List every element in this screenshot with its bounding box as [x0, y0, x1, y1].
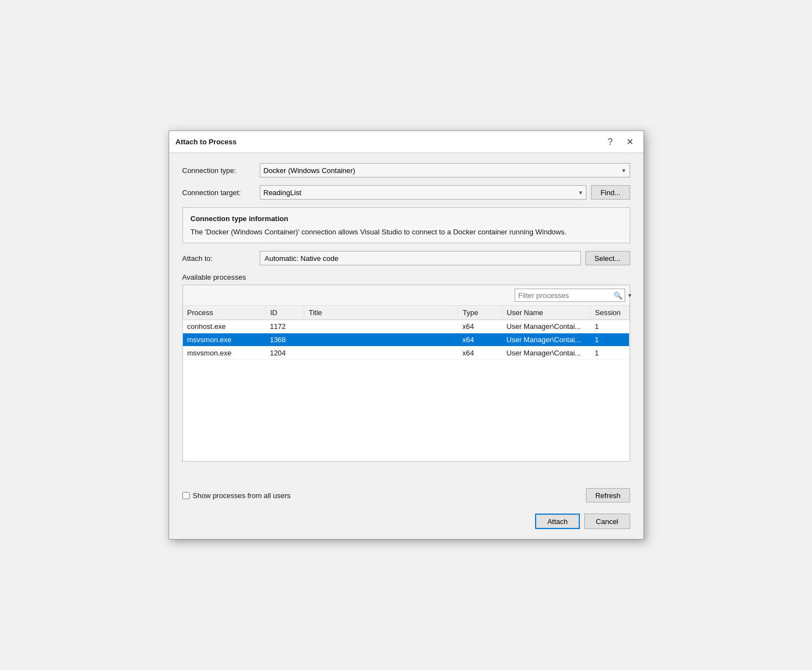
connection-type-select-wrapper: Docker (Windows Container) Default Remot…: [260, 163, 630, 177]
filter-dropdown-button[interactable]: ▼: [625, 292, 635, 299]
process-title: [304, 333, 458, 347]
dialog-content: Connection type: Docker (Windows Contain…: [169, 153, 643, 483]
attach-to-input[interactable]: [260, 251, 581, 265]
help-button[interactable]: ?: [605, 137, 616, 148]
process-name: msvsmon.exe: [183, 347, 266, 360]
show-all-users-text: Show processes from all users: [193, 491, 291, 500]
process-session: 1: [590, 320, 629, 333]
close-button[interactable]: ✕: [623, 137, 637, 148]
process-id: 1204: [265, 347, 304, 360]
attach-to-control: Select...: [260, 251, 630, 265]
table-row[interactable]: msvsmon.exe 1368 x64 User Manager\Contai…: [183, 333, 630, 347]
connection-info-title: Connection type information: [191, 213, 622, 224]
attach-to-label: Attach to:: [182, 254, 254, 263]
refresh-button[interactable]: Refresh: [586, 488, 630, 502]
connection-type-label: Connection type:: [182, 166, 254, 175]
process-type: x64: [458, 320, 502, 333]
search-icon: 🔍: [614, 291, 622, 300]
show-all-users-checkbox[interactable]: [182, 492, 190, 499]
process-table-header: Process ID Title Type User Name Session: [183, 306, 630, 320]
col-header-title: Title: [304, 306, 458, 320]
connection-target-label: Connection target:: [182, 189, 254, 197]
processes-panel: 🔍 ▼ Process ID Title Type User Name Sess…: [182, 285, 630, 462]
attach-to-process-dialog: Attach to Process ? ✕ Connection type: D…: [169, 130, 644, 540]
title-bar-controls: ? ✕: [605, 137, 637, 148]
connection-type-select[interactable]: Docker (Windows Container) Default Remot…: [260, 163, 630, 177]
process-id: 1172: [265, 320, 304, 333]
connection-target-control: ReadingList ▼ Find...: [260, 185, 630, 200]
col-header-process: Process: [183, 306, 266, 320]
attach-to-row: Attach to: Select...: [182, 251, 630, 265]
bottom-bar: Show processes from all users Refresh: [169, 483, 643, 508]
process-table: Process ID Title Type User Name Session …: [183, 306, 630, 360]
connection-info-text: The 'Docker (Windows Container)' connect…: [191, 227, 622, 238]
process-name: msvsmon.exe: [183, 333, 266, 347]
title-bar: Attach to Process ? ✕: [169, 131, 643, 153]
available-processes-section: Available processes 🔍 ▼ Process ID: [182, 273, 630, 462]
process-type: x64: [458, 333, 502, 347]
process-session: 1: [590, 347, 629, 360]
process-username: User Manager\Contai...: [502, 347, 590, 360]
show-all-users-label[interactable]: Show processes from all users: [182, 491, 291, 500]
attach-button[interactable]: Attach: [535, 514, 580, 529]
col-header-username: User Name: [502, 306, 590, 320]
select-button[interactable]: Select...: [585, 251, 630, 265]
table-row[interactable]: msvsmon.exe 1204 x64 User Manager\Contai…: [183, 347, 630, 360]
col-header-session: Session: [590, 306, 629, 320]
process-title: [304, 320, 458, 333]
process-username: User Manager\Contai...: [502, 320, 590, 333]
filter-bar: 🔍 ▼: [183, 285, 630, 306]
process-username: User Manager\Contai...: [502, 333, 590, 347]
process-type: x64: [458, 347, 502, 360]
process-title: [304, 347, 458, 360]
table-row[interactable]: conhost.exe 1172 x64 User Manager\Contai…: [183, 320, 630, 333]
cancel-button[interactable]: Cancel: [584, 514, 630, 529]
process-table-body: conhost.exe 1172 x64 User Manager\Contai…: [183, 320, 630, 360]
find-button[interactable]: Find...: [591, 185, 630, 200]
col-header-id: ID: [265, 306, 304, 320]
process-id: 1368: [265, 333, 304, 347]
title-bar-left: Attach to Process: [176, 138, 237, 146]
connection-target-row: Connection target: ReadingList ▼ Find...: [182, 185, 630, 200]
dialog-title: Attach to Process: [176, 138, 237, 146]
connection-target-select[interactable]: ReadingList: [260, 185, 587, 200]
process-session: 1: [590, 333, 629, 347]
connection-info-box: Connection type information The 'Docker …: [182, 207, 630, 243]
filter-processes-input[interactable]: [518, 291, 611, 300]
col-header-type: Type: [458, 306, 502, 320]
filter-input-wrap: 🔍 ▼: [515, 289, 625, 302]
dialog-footer: Attach Cancel: [169, 508, 643, 539]
connection-type-row: Connection type: Docker (Windows Contain…: [182, 163, 630, 177]
process-name: conhost.exe: [183, 320, 266, 333]
connection-target-select-wrapper: ReadingList ▼: [260, 185, 587, 200]
available-processes-label: Available processes: [182, 273, 630, 281]
